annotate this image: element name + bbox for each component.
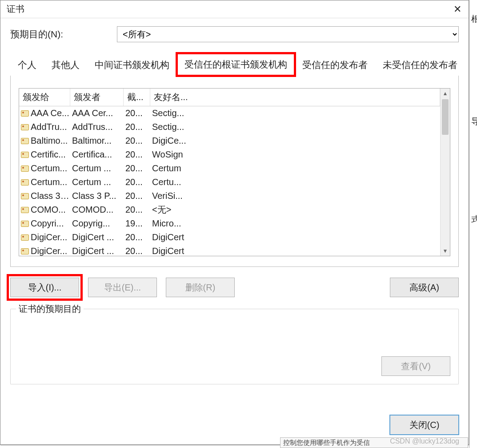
cell-issued-to: DigiCer... [31, 246, 72, 256]
col-expiration[interactable]: 截... [124, 89, 150, 106]
certificate-icon [21, 179, 29, 186]
title-bar: 证书 ✕ [0, 0, 469, 18]
bg-char: 根 [471, 13, 477, 25]
cell-friendly-name: Sectig... [152, 108, 440, 118]
certificate-icon [21, 193, 29, 199]
close-icon: ✕ [453, 4, 461, 15]
scrollbar[interactable]: ▲ ▼ [440, 89, 450, 256]
cell-expiration: 19... [125, 218, 152, 229]
cell-expiration: 20... [125, 191, 152, 201]
certificate-list[interactable]: 颁发给 颁发者 截... 友好名... AAA Ce...AAA Cer...2… [19, 88, 450, 256]
remove-button[interactable]: 删除(R) [166, 278, 235, 297]
cell-issued-by: DigiCert ... [72, 232, 125, 242]
tab-trusted-root-ca[interactable]: 受信任的根证书颁发机构 [177, 53, 295, 76]
tab-other-people[interactable]: 其他人 [44, 54, 87, 76]
tab-untrusted-publishers[interactable]: 未受信任的发布者 [375, 54, 465, 76]
tab-strip: 个人 其他人 中间证书颁发机构 受信任的根证书颁发机构 受信任的发布者 未受信任… [10, 53, 459, 76]
table-row[interactable]: DigiCer...DigiCert ...20...DigiCert [19, 244, 440, 256]
table-row[interactable]: Certum...Certum ...20...Certum [19, 161, 440, 175]
close-dialog-button[interactable]: 关闭(C) [390, 415, 459, 435]
import-button[interactable]: 导入(I)... [10, 278, 79, 297]
cell-expiration: 20... [125, 149, 152, 160]
certificate-icon [21, 165, 29, 172]
cell-issued-to: AAA Ce... [31, 108, 72, 118]
cell-expiration: 20... [125, 163, 152, 174]
advanced-button[interactable]: 高级(A) [390, 278, 459, 297]
action-button-row: 导入(I)... 导出(E)... 删除(R) 高级(A) [10, 278, 459, 297]
table-row[interactable]: Certific...Certifica...20...WoSign [19, 148, 440, 161]
cell-issued-by: Certifica... [72, 149, 125, 160]
cell-friendly-name: Certu... [152, 177, 440, 187]
export-button[interactable]: 导出(E)... [88, 278, 157, 297]
scroll-up-icon[interactable]: ▲ [441, 89, 450, 98]
cell-expiration: 20... [125, 122, 152, 132]
intended-purpose-label: 预期目的(N): [10, 28, 117, 40]
bg-char: 导 [471, 116, 477, 127]
tab-trusted-publishers[interactable]: 受信任的发布者 [295, 54, 375, 76]
dialog-content: 预期目的(N): <所有> 个人 其他人 中间证书颁发机构 受信任的根证书颁发机… [0, 18, 469, 444]
certificate-icon [21, 138, 29, 144]
cell-friendly-name: Micro... [152, 218, 440, 229]
intended-purposes-group: 证书的预期目的 查看(V) [10, 309, 459, 384]
tab-personal[interactable]: 个人 [10, 54, 44, 76]
cell-issued-to: Certum... [31, 177, 72, 187]
scroll-thumb[interactable] [442, 99, 449, 135]
intended-purpose-select[interactable]: <所有> [117, 26, 459, 42]
dialog-title: 证书 [7, 3, 24, 15]
cell-issued-to: DigiCer... [31, 232, 72, 242]
cell-friendly-name: DigiCert [152, 232, 440, 242]
cell-friendly-name: DigiCert [152, 246, 440, 256]
table-row[interactable]: Class 3 ...Class 3 P...20...VeriSi... [19, 189, 440, 203]
cell-issued-by: DigiCert ... [72, 246, 125, 256]
cell-issued-to: Certum... [31, 163, 72, 174]
cell-issued-to: AddTru... [31, 122, 72, 132]
cell-friendly-name: WoSign [152, 149, 440, 160]
certificate-icon [21, 110, 29, 117]
background-strip: 控制您使用哪些手机作为受信 [280, 437, 468, 448]
cell-issued-to: Certific... [31, 149, 72, 160]
table-row[interactable]: AAA Ce...AAA Cer...20...Sectig... [19, 106, 440, 120]
cell-friendly-name: Certum [152, 163, 440, 174]
tab-intermediate-ca[interactable]: 中间证书颁发机构 [87, 54, 177, 76]
cell-issued-by: Baltimor... [72, 136, 125, 146]
cell-issued-by: Certum ... [72, 177, 125, 187]
intended-purpose-row: 预期目的(N): <所有> [10, 26, 459, 42]
certificate-icon [21, 152, 29, 158]
cell-expiration: 20... [125, 136, 152, 146]
cell-issued-to: Copyri... [31, 218, 72, 229]
cell-friendly-name: DigiCe... [152, 136, 440, 146]
tab-panel: 颁发给 颁发者 截... 友好名... AAA Ce...AAA Cer...2… [10, 76, 459, 267]
view-button[interactable]: 查看(V) [381, 356, 450, 376]
rows-container: AAA Ce...AAA Cer...20...Sectig...AddTru.… [19, 106, 440, 256]
certificates-dialog: 证书 ✕ 预期目的(N): <所有> 个人 其他人 中间证书颁发机构 受信任的根… [0, 0, 469, 445]
cell-issued-by: Class 3 P... [72, 191, 125, 201]
column-headers: 颁发给 颁发者 截... 友好名... [19, 89, 440, 106]
table-row[interactable]: Copyri...Copyrig...19...Micro... [19, 217, 440, 230]
cell-issued-by: Copyrig... [72, 218, 125, 229]
col-friendly-name[interactable]: 友好名... [150, 89, 440, 106]
cell-friendly-name: <无> [152, 204, 440, 216]
table-row[interactable]: Baltimo...Baltimor...20...DigiCe... [19, 134, 440, 148]
certificate-icon [21, 234, 29, 241]
cell-issued-to: Baltimo... [31, 136, 72, 146]
table-row[interactable]: AddTru...AddTrus...20...Sectig... [19, 120, 440, 134]
table-row[interactable]: DigiCer...DigiCert ...20...DigiCert [19, 230, 440, 244]
cell-issued-by: AAA Cer... [72, 108, 125, 118]
list-inner: 颁发给 颁发者 截... 友好名... AAA Ce...AAA Cer...2… [19, 89, 440, 256]
bg-char: 式 [471, 214, 477, 225]
cell-expiration: 20... [125, 108, 152, 118]
certificate-icon [21, 221, 29, 227]
table-row[interactable]: Certum...Certum ...20...Certu... [19, 175, 440, 189]
cell-issued-by: COMOD... [72, 205, 125, 215]
cell-expiration: 20... [125, 205, 152, 215]
cell-issued-to: Class 3 ... [31, 191, 72, 201]
cell-issued-by: Certum ... [72, 163, 125, 174]
col-issued-to[interactable]: 颁发给 [19, 89, 70, 106]
scroll-down-icon[interactable]: ▼ [441, 246, 450, 256]
table-row[interactable]: COMO...COMOD...20...<无> [19, 203, 440, 217]
col-issued-by[interactable]: 颁发者 [70, 89, 124, 106]
cell-expiration: 20... [125, 246, 152, 256]
cell-expiration: 20... [125, 232, 152, 242]
close-button[interactable]: ✕ [446, 0, 469, 18]
footer-row: 关闭(C) [10, 404, 459, 435]
